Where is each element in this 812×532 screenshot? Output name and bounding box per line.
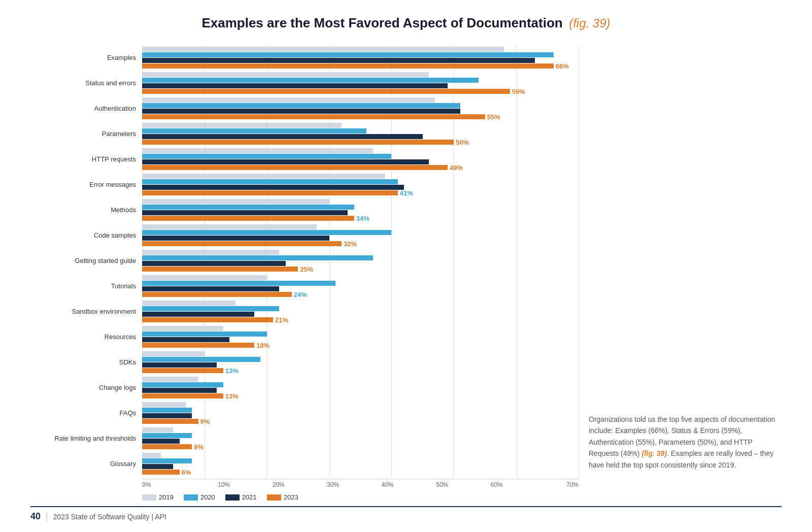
- bar-y2020: [142, 281, 579, 286]
- bar-label: Authentication: [30, 105, 142, 112]
- bar-y2020: [142, 78, 579, 83]
- bar-fill: [142, 413, 192, 418]
- bar-row: Sandbox environment21%: [30, 301, 579, 322]
- bar-fill: [142, 185, 404, 190]
- legend-item-2019: 2019: [142, 493, 174, 501]
- bar-y2020: [142, 331, 579, 337]
- bar-value-label: 8%: [194, 443, 204, 451]
- bar-y2019: [142, 351, 579, 356]
- bar-value-label: 13%: [225, 367, 239, 375]
- bar-fill: [142, 236, 329, 241]
- bar-fill: [142, 343, 254, 348]
- bar-row: Glossary6%: [30, 453, 579, 475]
- bar-value-label: 41%: [400, 189, 413, 197]
- footer-page-num: 40: [30, 511, 41, 522]
- bar-y2019: [142, 301, 579, 306]
- bar-y2020: [142, 306, 579, 311]
- chart-fig-ref: (fig. 39): [569, 16, 610, 30]
- bar-fill: [142, 140, 454, 145]
- bar-y2023: 24%: [142, 292, 579, 297]
- legend-label: 2021: [242, 493, 257, 501]
- legend-color-swatch: [142, 494, 156, 501]
- bar-row: Authentication55%: [30, 97, 579, 119]
- bar-y2023: 34%: [142, 216, 579, 221]
- bar-row: Resources18%: [30, 326, 579, 348]
- bar-fill: [142, 224, 317, 229]
- x-axis: 0%10%20%30%40%50%60%70%: [142, 479, 579, 488]
- legend-color-swatch: [184, 494, 198, 501]
- bars-group: 18%: [142, 326, 579, 348]
- bar-y2021: [142, 388, 579, 393]
- bar-fill: [142, 52, 554, 57]
- bar-y2023: 25%: [142, 267, 579, 272]
- chart-legend: 2019202020212023: [142, 493, 579, 501]
- bars-rows: Examples66%Status and errors59%Authentic…: [30, 45, 579, 477]
- legend-label: 2023: [284, 493, 298, 501]
- bar-row: Status and errors59%: [30, 72, 579, 94]
- description-box: Organizations told us the top five aspec…: [589, 414, 782, 471]
- bar-fill: [142, 433, 192, 438]
- bar-fill: [142, 312, 254, 317]
- x-axis-tick: 10%: [197, 479, 252, 488]
- bar-fill: [142, 301, 235, 306]
- bar-fill: [142, 357, 260, 362]
- x-axis-tick: 20%: [251, 479, 306, 488]
- bars-group: 13%: [142, 351, 579, 373]
- bar-y2020: [142, 230, 579, 235]
- bar-label: HTTP requests: [30, 155, 142, 163]
- bar-fill: [142, 362, 217, 368]
- bar-y2020: [142, 458, 579, 463]
- bar-fill: [142, 267, 298, 272]
- bar-fill: [142, 109, 460, 114]
- legend-color-swatch: [267, 494, 281, 501]
- bar-fill: [142, 419, 198, 424]
- x-axis-tick: 0%: [142, 479, 197, 488]
- bar-fill: [142, 331, 267, 337]
- bar-row: Change logs13%: [30, 377, 579, 398]
- bar-value-label: 50%: [456, 139, 469, 146]
- bar-fill: [142, 58, 535, 63]
- bar-fill: [142, 199, 329, 204]
- bar-value-label: 59%: [512, 88, 525, 95]
- bar-value-label: 9%: [200, 418, 210, 425]
- bar-y2019: [142, 250, 579, 255]
- bar-fill: [142, 393, 223, 398]
- bar-fill: [142, 453, 161, 458]
- bar-y2020: [142, 154, 579, 159]
- bar-y2020: [142, 128, 579, 134]
- bar-value-label: 6%: [182, 469, 191, 476]
- bars-group: 6%: [142, 453, 579, 475]
- x-axis-tick: 60%: [469, 479, 524, 488]
- bar-label: FAQs: [30, 409, 142, 417]
- bar-y2023: 9%: [142, 419, 579, 424]
- bars-group: 50%: [142, 123, 579, 145]
- bar-label: Tutorials: [30, 282, 142, 290]
- bar-y2019: [142, 47, 579, 52]
- bar-row: Getting started guide25%: [30, 250, 579, 272]
- legend-color-swatch: [225, 494, 240, 501]
- bar-y2021: [142, 185, 579, 190]
- footer-text: 2023 State of Software Quality | API: [53, 513, 166, 521]
- bar-y2021: [142, 439, 579, 444]
- bar-fill: [142, 317, 273, 322]
- bar-y2019: [142, 72, 579, 77]
- bar-fill: [142, 103, 460, 108]
- gridline: [579, 45, 579, 477]
- bar-fill: [142, 134, 423, 139]
- footer: 40 | 2023 State of Software Quality | AP…: [30, 506, 782, 522]
- bars-group: 32%: [142, 224, 579, 246]
- bar-fill: [142, 281, 335, 286]
- footer-separator: |: [46, 511, 48, 522]
- bars-group: 59%: [142, 72, 579, 94]
- bar-y2020: [142, 357, 579, 362]
- bar-fill: [142, 230, 391, 235]
- bar-fill: [142, 377, 198, 382]
- bar-y2020: [142, 103, 579, 108]
- bar-row: Examples66%: [30, 47, 579, 69]
- bar-y2023: 50%: [142, 140, 579, 145]
- bar-label: Parameters: [30, 130, 142, 138]
- bar-value-label: 34%: [356, 215, 369, 222]
- bar-y2019: [142, 453, 579, 458]
- bar-label: Error messages: [30, 181, 142, 188]
- bar-fill: [142, 63, 554, 69]
